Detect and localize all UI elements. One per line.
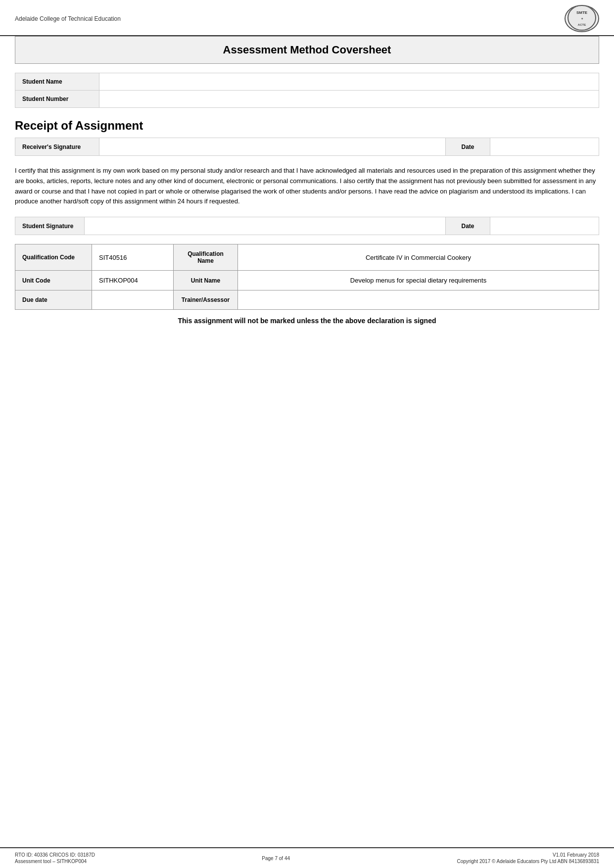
student-number-row: Student Number — [15, 91, 599, 108]
unit-code-value: SITHKOP004 — [92, 271, 174, 290]
logo-text: SMTE ✦ ACTE — [567, 5, 597, 32]
receipt-date-label: Date — [446, 138, 490, 156]
qual-name-value: Certificate IV in Commercial Cookery — [238, 244, 599, 271]
student-signature-label: Student Signature — [15, 217, 85, 235]
student-info-table: Student Name Student Number — [15, 73, 599, 108]
receiver-signature-label: Receiver's Signature — [15, 138, 99, 156]
receipt-heading: Receipt of Assignment — [15, 119, 599, 133]
receipt-table: Receiver's Signature Date — [15, 138, 599, 156]
due-date-label: Due date — [15, 290, 92, 310]
student-name-row: Student Name — [15, 73, 599, 91]
student-name-label: Student Name — [15, 73, 99, 91]
header-bar: Adelaide College of Technical Education … — [0, 0, 614, 36]
qual-code-label: Qualification Code — [15, 244, 92, 271]
college-name: Adelaide College of Technical Education — [15, 15, 121, 22]
qualification-code-row: Qualification Code SIT40516 Qualificatio… — [15, 244, 599, 271]
declaration-text: I certify that this assignment is my own… — [15, 166, 599, 207]
unit-name-value: Develop menus for special dietary requir… — [238, 271, 599, 290]
receipt-date-value[interactable] — [490, 138, 599, 156]
student-signature-table: Student Signature Date — [15, 217, 599, 235]
due-date-row: Due date Trainer/Assessor — [15, 290, 599, 310]
footer-tool: Assessment tool – SITHKOP004 — [15, 859, 95, 864]
student-name-value[interactable] — [99, 73, 599, 91]
qual-code-value: SIT40516 — [92, 244, 174, 271]
svg-text:ACTE: ACTE — [578, 23, 586, 26]
bottom-notice: This assignment will not be marked unles… — [15, 317, 599, 325]
footer-right: V1.01 February 2018 Copyright 2017 © Ade… — [457, 852, 599, 864]
qual-name-label: Qualification Name — [174, 244, 238, 271]
trainer-label: Trainer/Assessor — [174, 290, 238, 310]
logo: SMTE ✦ ACTE — [565, 5, 599, 32]
svg-text:✦: ✦ — [581, 17, 583, 20]
student-date-value[interactable] — [490, 217, 599, 235]
unit-code-label: Unit Code — [15, 271, 92, 290]
main-title: Assessment Method Coversheet — [223, 44, 391, 56]
footer-copyright: Copyright 2017 © Adelaide Educators Pty … — [457, 859, 599, 864]
qualification-table: Qualification Code SIT40516 Qualificatio… — [15, 244, 599, 310]
footer-page: Page 7 of 44 — [262, 856, 290, 861]
student-signature-row: Student Signature Date — [15, 217, 599, 235]
trainer-value[interactable] — [238, 290, 599, 310]
footer-left: RTO ID: 40336 CRICOS ID: 03187D Assessme… — [15, 852, 95, 864]
unit-name-label: Unit Name — [174, 271, 238, 290]
due-date-value[interactable] — [92, 290, 174, 310]
receiver-signature-value[interactable] — [99, 138, 446, 156]
student-date-label: Date — [446, 217, 490, 235]
footer: RTO ID: 40336 CRICOS ID: 03187D Assessme… — [0, 847, 614, 868]
svg-text:SMTE: SMTE — [576, 10, 588, 15]
student-number-label: Student Number — [15, 91, 99, 108]
footer-rto: RTO ID: 40336 CRICOS ID: 03187D — [15, 852, 95, 858]
page-wrapper: Adelaide College of Technical Education … — [0, 0, 614, 868]
student-number-value[interactable] — [99, 91, 599, 108]
footer-center: Page 7 of 44 — [262, 852, 290, 864]
title-section: Assessment Method Coversheet — [15, 36, 599, 64]
receipt-row: Receiver's Signature Date — [15, 138, 599, 156]
footer-version: V1.01 February 2018 — [553, 852, 599, 858]
unit-code-row: Unit Code SITHKOP004 Unit Name Develop m… — [15, 271, 599, 290]
student-signature-value[interactable] — [85, 217, 446, 235]
